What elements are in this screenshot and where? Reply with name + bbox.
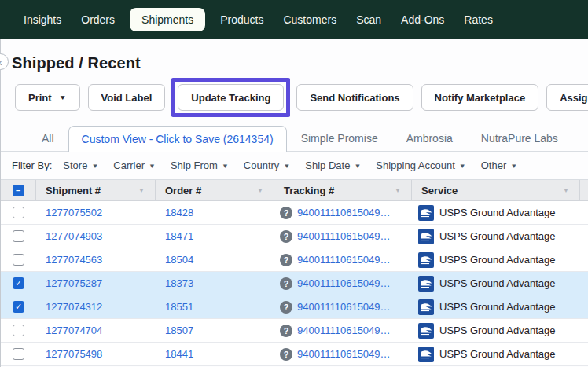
order-number-link[interactable]: 18507 [165,325,193,336]
nav-item-rates[interactable]: Rates [464,13,493,26]
sort-caret-icon: ▼ [138,187,145,194]
shipment-number-link[interactable]: 1277075498 [46,348,102,360]
chevron-down-icon: ▼ [149,162,156,169]
row-checkbox[interactable]: ✓ [13,348,24,360]
table-row[interactable]: ✓ 1277074563 18504 ? 940011110615049… US… [1,248,588,272]
row-checkbox[interactable]: ✓ [13,207,24,218]
table-row[interactable]: ✓ 1277074312 18551 ? 940011110615049… US… [1,295,588,319]
order-number-link[interactable]: 18504 [165,254,193,266]
usps-logo-icon [418,229,434,244]
tracking-status-question-icon[interactable]: ? [280,301,292,314]
nav-item-customers[interactable]: Customers [283,13,336,26]
table-row[interactable]: ✓ 1277075287 18373 ? 940011110615049… US… [1,272,588,295]
order-number-link[interactable]: 18373 [165,277,193,289]
table-row[interactable]: ✓ 1277074704 18507 ? 940011110615049… US… [1,319,588,343]
void-label-button[interactable]: Void Label [88,84,166,111]
table-row[interactable]: ✓ 1277075498 18441 ? 940011110615049… US… [1,343,588,366]
chevron-down-icon: ▼ [510,162,517,169]
send-notifications-button-label: Send Notifications [310,92,399,104]
filter-ship-date[interactable]: Ship Date ▼ [305,160,361,171]
tracking-status-question-icon[interactable]: ? [280,325,292,337]
shipment-number-link[interactable]: 1277074704 [46,325,102,336]
tracking-status-question-icon[interactable]: ? [280,277,292,290]
update-tracking-button[interactable]: Update Tracking [178,84,284,111]
filter-ship-from[interactable]: Ship From ▼ [171,160,229,171]
service-label: USPS Ground Advantage [439,254,555,266]
send-notifications-button[interactable]: Send Notifications [296,84,413,111]
tracking-status-question-icon[interactable]: ? [280,230,292,243]
tracking-number-link[interactable]: 940011110615049… [297,301,391,313]
check-icon: ✓ [15,279,22,288]
usps-logo-icon [418,276,434,292]
nav-item-shipments[interactable]: Shipments [130,8,205,31]
order-number-link[interactable]: 18551 [165,301,193,313]
page-title: Shipped / Recent [1,39,588,72]
row-checkbox[interactable]: ✓ [13,277,24,289]
tracking-number-link[interactable]: 940011110615049… [297,325,391,336]
filter-bar: Filter By: Store ▼ Carrier ▼ Ship From ▼… [1,152,588,180]
select-all-checkbox[interactable]: – [13,185,24,196]
usps-logo-icon [418,205,434,221]
notify-marketplace-button[interactable]: Notify Marketplace [421,84,539,111]
tracking-status-question-icon[interactable]: ? [280,207,292,219]
void-label-button-label: Void Label [101,92,153,104]
view-tabs: All Custom View - Click to Save (2614354… [1,118,588,152]
table-row[interactable]: ✓ 1277075502 18428 ? 940011110615049… US… [1,201,588,225]
tab-custom-view[interactable]: Custom View - Click to Save (2614354) [68,126,287,152]
nav-item-addons[interactable]: Add-Ons [401,13,444,26]
row-checkbox[interactable]: ✓ [13,325,24,336]
shipments-table: – Shipment # ▼ Order # ▼ Tracking # ▼ Se… [1,180,588,366]
print-button[interactable]: Print ▼ [15,84,80,111]
filter-carrier[interactable]: Carrier ▼ [113,160,156,171]
column-header-tracking[interactable]: Tracking # ▼ [274,180,412,200]
nav-item-scan[interactable]: Scan [356,13,381,26]
order-number-link[interactable]: 18441 [165,348,193,360]
usps-logo-icon [418,252,434,268]
table-row[interactable]: ✓ 1277074903 18471 ? 940011110615049… US… [1,225,588,248]
nav-item-products[interactable]: Products [220,13,263,26]
filter-shipping-account[interactable]: Shipping Account ▼ [376,160,465,171]
assign-to-button[interactable]: Assign To ▼ [546,84,588,111]
column-header-order[interactable]: Order # ▼ [156,180,274,200]
row-checkbox[interactable]: ✓ [13,230,24,242]
order-number-link[interactable]: 18428 [165,207,193,218]
chevron-down-icon: ▼ [59,94,67,101]
tab-nutrapure-labs[interactable]: NutraPure Labs [467,126,572,151]
tracking-number-link[interactable]: 940011110615049… [297,254,391,266]
filter-country[interactable]: Country ▼ [244,160,290,171]
tracking-number-link[interactable]: 940011110615049… [297,277,391,289]
chevron-down-icon: ▼ [222,162,229,169]
tab-ambrosia[interactable]: Ambrosia [392,126,467,151]
shipment-number-link[interactable]: 1277074563 [46,254,102,266]
chevron-down-icon: ▼ [283,162,290,169]
tracking-number-link[interactable]: 940011110615049… [297,230,391,242]
sort-caret-icon: ▼ [563,187,569,194]
service-label: USPS Ground Advantage [439,207,555,218]
tracking-number-link[interactable]: 940011110615049… [297,207,391,218]
nav-item-orders[interactable]: Orders [81,13,115,26]
tab-all[interactable]: All [28,126,68,151]
shipment-number-link[interactable]: 1277074903 [46,230,102,242]
filter-other-label: Other [481,160,507,171]
chevron-down-icon: ▼ [354,162,361,169]
tracking-number-link[interactable]: 940011110615049… [297,348,391,360]
tracking-status-question-icon[interactable]: ? [280,348,292,361]
order-number-link[interactable]: 18471 [165,230,193,242]
tab-simple-promise[interactable]: Simple Promise [287,126,392,151]
nav-item-insights[interactable]: Insights [24,13,61,26]
tracking-status-question-icon[interactable]: ? [280,254,292,266]
update-tracking-annotation-box: Update Tracking [171,78,290,117]
filter-by-label: Filter By: [12,160,52,171]
print-button-label: Print [28,92,52,104]
column-header-service[interactable]: Service ▼ [412,180,580,200]
row-checkbox[interactable]: ✓ [13,254,24,266]
row-checkbox[interactable]: ✓ [13,301,24,313]
shipment-number-link[interactable]: 1277075287 [46,277,102,289]
shipments-page: ‹ Shipped / Recent Print ▼ Void Label Up… [0,39,588,367]
column-header-shipment[interactable]: Shipment # ▼ [36,180,156,200]
filter-store[interactable]: Store ▼ [63,160,98,171]
notify-marketplace-button-label: Notify Marketplace [435,92,526,104]
shipment-number-link[interactable]: 1277075502 [46,207,102,218]
shipment-number-link[interactable]: 1277074312 [46,301,102,313]
filter-other[interactable]: Other ▼ [481,160,517,171]
